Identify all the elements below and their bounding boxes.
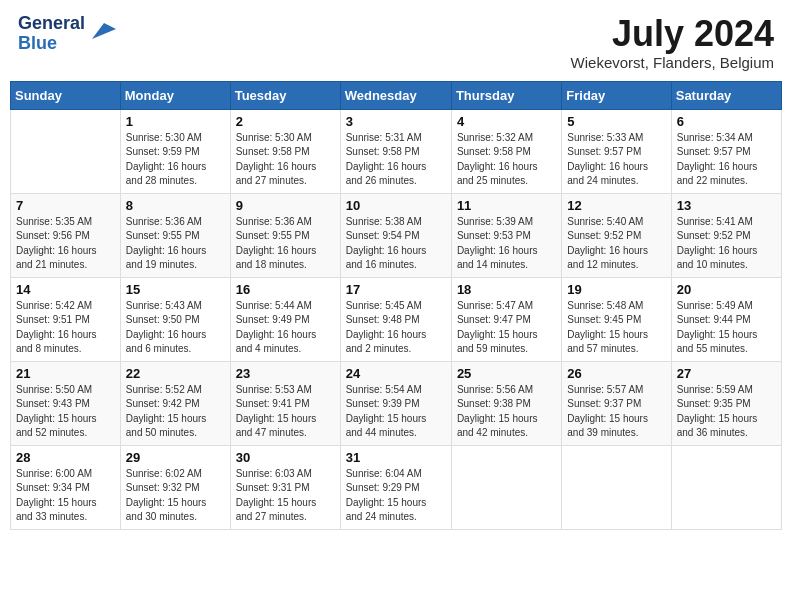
calendar-cell: 20Sunrise: 5:49 AM Sunset: 9:44 PM Dayli…: [671, 277, 781, 361]
day-number: 16: [236, 282, 335, 297]
calendar-cell: 6Sunrise: 5:34 AM Sunset: 9:57 PM Daylig…: [671, 109, 781, 193]
calendar-header-row: SundayMondayTuesdayWednesdayThursdayFrid…: [11, 81, 782, 109]
calendar-cell: 25Sunrise: 5:56 AM Sunset: 9:38 PM Dayli…: [451, 361, 561, 445]
day-info: Sunrise: 6:03 AM Sunset: 9:31 PM Dayligh…: [236, 467, 335, 525]
day-info: Sunrise: 5:42 AM Sunset: 9:51 PM Dayligh…: [16, 299, 115, 357]
calendar-cell: 28Sunrise: 6:00 AM Sunset: 9:34 PM Dayli…: [11, 445, 121, 529]
day-number: 30: [236, 450, 335, 465]
calendar-header-thursday: Thursday: [451, 81, 561, 109]
day-info: Sunrise: 5:36 AM Sunset: 9:55 PM Dayligh…: [236, 215, 335, 273]
calendar-week-row: 7Sunrise: 5:35 AM Sunset: 9:56 PM Daylig…: [11, 193, 782, 277]
calendar-cell: 12Sunrise: 5:40 AM Sunset: 9:52 PM Dayli…: [562, 193, 671, 277]
day-number: 31: [346, 450, 446, 465]
calendar-cell: [451, 445, 561, 529]
day-number: 29: [126, 450, 225, 465]
day-number: 7: [16, 198, 115, 213]
calendar-cell: 27Sunrise: 5:59 AM Sunset: 9:35 PM Dayli…: [671, 361, 781, 445]
calendar-header-monday: Monday: [120, 81, 230, 109]
day-info: Sunrise: 5:40 AM Sunset: 9:52 PM Dayligh…: [567, 215, 665, 273]
day-number: 14: [16, 282, 115, 297]
calendar-cell: 30Sunrise: 6:03 AM Sunset: 9:31 PM Dayli…: [230, 445, 340, 529]
calendar-cell: 1Sunrise: 5:30 AM Sunset: 9:59 PM Daylig…: [120, 109, 230, 193]
day-info: Sunrise: 5:54 AM Sunset: 9:39 PM Dayligh…: [346, 383, 446, 441]
day-info: Sunrise: 6:00 AM Sunset: 9:34 PM Dayligh…: [16, 467, 115, 525]
month-year-title: July 2024: [571, 14, 774, 54]
day-number: 13: [677, 198, 776, 213]
day-number: 22: [126, 366, 225, 381]
day-info: Sunrise: 5:34 AM Sunset: 9:57 PM Dayligh…: [677, 131, 776, 189]
day-info: Sunrise: 5:45 AM Sunset: 9:48 PM Dayligh…: [346, 299, 446, 357]
calendar-cell: 2Sunrise: 5:30 AM Sunset: 9:58 PM Daylig…: [230, 109, 340, 193]
day-number: 6: [677, 114, 776, 129]
calendar-cell: 10Sunrise: 5:38 AM Sunset: 9:54 PM Dayli…: [340, 193, 451, 277]
day-info: Sunrise: 5:36 AM Sunset: 9:55 PM Dayligh…: [126, 215, 225, 273]
day-info: Sunrise: 5:41 AM Sunset: 9:52 PM Dayligh…: [677, 215, 776, 273]
day-info: Sunrise: 5:43 AM Sunset: 9:50 PM Dayligh…: [126, 299, 225, 357]
calendar-cell: [11, 109, 121, 193]
day-number: 10: [346, 198, 446, 213]
calendar-cell: [562, 445, 671, 529]
day-info: Sunrise: 5:50 AM Sunset: 9:43 PM Dayligh…: [16, 383, 115, 441]
day-info: Sunrise: 5:30 AM Sunset: 9:59 PM Dayligh…: [126, 131, 225, 189]
calendar-cell: [671, 445, 781, 529]
calendar-header-tuesday: Tuesday: [230, 81, 340, 109]
day-number: 3: [346, 114, 446, 129]
day-number: 21: [16, 366, 115, 381]
calendar-cell: 3Sunrise: 5:31 AM Sunset: 9:58 PM Daylig…: [340, 109, 451, 193]
day-info: Sunrise: 5:33 AM Sunset: 9:57 PM Dayligh…: [567, 131, 665, 189]
day-number: 19: [567, 282, 665, 297]
calendar-header-saturday: Saturday: [671, 81, 781, 109]
day-info: Sunrise: 5:44 AM Sunset: 9:49 PM Dayligh…: [236, 299, 335, 357]
day-info: Sunrise: 5:59 AM Sunset: 9:35 PM Dayligh…: [677, 383, 776, 441]
title-section: July 2024 Wiekevorst, Flanders, Belgium: [571, 14, 774, 71]
day-info: Sunrise: 5:39 AM Sunset: 9:53 PM Dayligh…: [457, 215, 556, 273]
day-number: 12: [567, 198, 665, 213]
day-info: Sunrise: 5:31 AM Sunset: 9:58 PM Dayligh…: [346, 131, 446, 189]
day-number: 2: [236, 114, 335, 129]
calendar-cell: 13Sunrise: 5:41 AM Sunset: 9:52 PM Dayli…: [671, 193, 781, 277]
calendar-week-row: 14Sunrise: 5:42 AM Sunset: 9:51 PM Dayli…: [11, 277, 782, 361]
day-number: 15: [126, 282, 225, 297]
calendar-week-row: 1Sunrise: 5:30 AM Sunset: 9:59 PM Daylig…: [11, 109, 782, 193]
day-info: Sunrise: 5:38 AM Sunset: 9:54 PM Dayligh…: [346, 215, 446, 273]
calendar-week-row: 28Sunrise: 6:00 AM Sunset: 9:34 PM Dayli…: [11, 445, 782, 529]
calendar-cell: 29Sunrise: 6:02 AM Sunset: 9:32 PM Dayli…: [120, 445, 230, 529]
day-info: Sunrise: 5:48 AM Sunset: 9:45 PM Dayligh…: [567, 299, 665, 357]
day-number: 17: [346, 282, 446, 297]
calendar-cell: 9Sunrise: 5:36 AM Sunset: 9:55 PM Daylig…: [230, 193, 340, 277]
day-number: 25: [457, 366, 556, 381]
calendar-cell: 7Sunrise: 5:35 AM Sunset: 9:56 PM Daylig…: [11, 193, 121, 277]
day-info: Sunrise: 6:02 AM Sunset: 9:32 PM Dayligh…: [126, 467, 225, 525]
calendar-cell: 18Sunrise: 5:47 AM Sunset: 9:47 PM Dayli…: [451, 277, 561, 361]
calendar-cell: 23Sunrise: 5:53 AM Sunset: 9:41 PM Dayli…: [230, 361, 340, 445]
day-info: Sunrise: 5:30 AM Sunset: 9:58 PM Dayligh…: [236, 131, 335, 189]
calendar-cell: 11Sunrise: 5:39 AM Sunset: 9:53 PM Dayli…: [451, 193, 561, 277]
calendar-cell: 19Sunrise: 5:48 AM Sunset: 9:45 PM Dayli…: [562, 277, 671, 361]
calendar-cell: 17Sunrise: 5:45 AM Sunset: 9:48 PM Dayli…: [340, 277, 451, 361]
calendar-header-sunday: Sunday: [11, 81, 121, 109]
calendar-cell: 14Sunrise: 5:42 AM Sunset: 9:51 PM Dayli…: [11, 277, 121, 361]
day-number: 9: [236, 198, 335, 213]
day-number: 24: [346, 366, 446, 381]
page-header: General Blue July 2024 Wiekevorst, Fland…: [10, 10, 782, 75]
day-info: Sunrise: 5:52 AM Sunset: 9:42 PM Dayligh…: [126, 383, 225, 441]
day-info: Sunrise: 5:35 AM Sunset: 9:56 PM Dayligh…: [16, 215, 115, 273]
day-info: Sunrise: 5:53 AM Sunset: 9:41 PM Dayligh…: [236, 383, 335, 441]
day-number: 8: [126, 198, 225, 213]
day-number: 26: [567, 366, 665, 381]
calendar-cell: 4Sunrise: 5:32 AM Sunset: 9:58 PM Daylig…: [451, 109, 561, 193]
svg-marker-0: [92, 23, 116, 39]
calendar-table: SundayMondayTuesdayWednesdayThursdayFrid…: [10, 81, 782, 530]
logo-text: General Blue: [18, 14, 85, 54]
day-number: 20: [677, 282, 776, 297]
day-info: Sunrise: 5:56 AM Sunset: 9:38 PM Dayligh…: [457, 383, 556, 441]
day-number: 27: [677, 366, 776, 381]
day-info: Sunrise: 5:49 AM Sunset: 9:44 PM Dayligh…: [677, 299, 776, 357]
calendar-cell: 8Sunrise: 5:36 AM Sunset: 9:55 PM Daylig…: [120, 193, 230, 277]
calendar-week-row: 21Sunrise: 5:50 AM Sunset: 9:43 PM Dayli…: [11, 361, 782, 445]
day-number: 4: [457, 114, 556, 129]
location-subtitle: Wiekevorst, Flanders, Belgium: [571, 54, 774, 71]
logo-icon: [88, 15, 118, 45]
day-info: Sunrise: 5:32 AM Sunset: 9:58 PM Dayligh…: [457, 131, 556, 189]
day-number: 11: [457, 198, 556, 213]
